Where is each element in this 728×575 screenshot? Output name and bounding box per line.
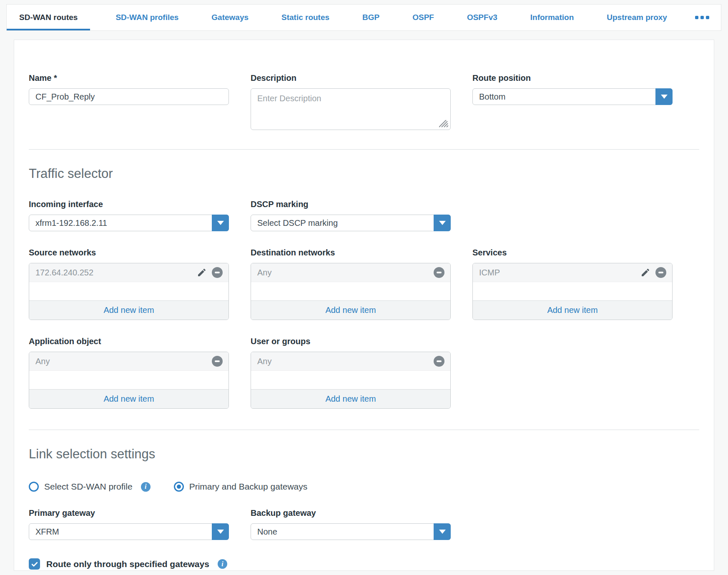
tab-gateways[interactable]: Gateways: [204, 5, 256, 30]
route-only-checkbox[interactable]: [29, 558, 40, 570]
remove-icon[interactable]: [434, 267, 444, 278]
list-item: Any: [29, 352, 228, 371]
dscp-marking-label: DSCP marking: [251, 200, 451, 209]
remove-icon[interactable]: [212, 356, 223, 367]
dscp-marking-select[interactable]: Select DSCP marking: [251, 215, 451, 231]
tab-ospf[interactable]: OSPF: [405, 5, 442, 30]
remove-icon[interactable]: [655, 267, 666, 278]
add-new-item-button[interactable]: Add new item: [29, 300, 228, 320]
application-object-label: Application object: [29, 337, 229, 346]
list-item: Any: [251, 352, 450, 371]
primary-gateway-label: Primary gateway: [29, 508, 229, 518]
dscp-marking-value: Select DSCP marking: [257, 218, 338, 228]
tab-sdwan-routes[interactable]: SD-WAN routes: [7, 5, 90, 30]
tab-label: SD-WAN profiles: [115, 13, 178, 22]
add-new-item-button[interactable]: Add new item: [473, 300, 672, 320]
chevron-down-icon[interactable]: [655, 88, 673, 105]
tab-information[interactable]: Information: [523, 5, 582, 30]
primary-gateway-select[interactable]: XFRM: [29, 523, 229, 540]
destination-networks-listbox: Any Add new item: [251, 263, 451, 320]
remove-icon[interactable]: [434, 356, 444, 367]
list-spacer: [29, 371, 228, 389]
backup-gateway-label: Backup gateway: [251, 508, 451, 518]
tab-label: OSPF: [412, 13, 434, 22]
tab-bgp[interactable]: BGP: [355, 5, 387, 30]
chevron-down-icon[interactable]: [212, 215, 229, 231]
checkmark-icon: [30, 560, 39, 568]
add-new-item-button[interactable]: Add new item: [251, 300, 450, 320]
chevron-down-icon[interactable]: [212, 523, 229, 540]
dscp-marking-field-group: DSCP marking Select DSCP marking: [251, 200, 451, 231]
list-spacer: [29, 282, 228, 300]
incoming-interface-field-group: Incoming interface xfrm1-192.168.2.11: [29, 200, 229, 231]
destination-networks-field-group: Destination networks Any Add new item: [251, 248, 451, 320]
list-item: ICMP: [473, 263, 672, 282]
source-networks-label: Source networks: [29, 248, 229, 258]
services-listbox: ICMP Add new item: [472, 263, 673, 320]
tab-label: Gateways: [211, 13, 249, 22]
radio-primary-backup-gateways[interactable]: [174, 482, 184, 492]
add-new-item-button[interactable]: Add new item: [29, 389, 228, 408]
list-spacer: [251, 282, 450, 300]
general-settings-row: Name * Description Route position: [29, 73, 699, 132]
info-icon[interactable]: i: [141, 482, 151, 492]
list-item-value: ICMP: [479, 268, 640, 278]
user-or-groups-listbox: Any Add new item: [251, 352, 451, 409]
edit-icon[interactable]: [197, 268, 207, 278]
tab-bar: SD-WAN routes SD-WAN profiles Gateways S…: [6, 4, 721, 31]
divider: [29, 430, 699, 430]
sdwan-route-form-card: Name * Description Route position: [14, 40, 714, 571]
add-new-item-button[interactable]: Add new item: [251, 389, 450, 408]
route-only-checkbox-label: Route only through specified gateways: [46, 559, 209, 569]
divider: [29, 149, 699, 150]
destination-networks-label: Destination networks: [251, 248, 451, 258]
chevron-down-icon[interactable]: [434, 523, 451, 540]
edit-icon[interactable]: [640, 268, 650, 278]
list-spacer: [251, 371, 450, 389]
chevron-down-icon[interactable]: [434, 215, 451, 231]
more-tabs-icon[interactable]: [693, 5, 712, 30]
incoming-interface-select[interactable]: xfrm1-192.168.2.11: [29, 215, 229, 231]
user-or-groups-field-group: User or groups Any Add new item: [251, 337, 451, 409]
primary-gateway-value: XFRM: [35, 527, 59, 537]
tab-label: SD-WAN routes: [19, 13, 78, 22]
networks-services-row: Source networks 172.64.240.252 Add new i…: [29, 248, 699, 320]
tab-sdwan-profiles[interactable]: SD-WAN profiles: [108, 5, 186, 30]
route-position-label: Route position: [472, 73, 673, 83]
application-object-listbox: Any Add new item: [29, 352, 229, 409]
list-item-value: 172.64.240.252: [35, 268, 197, 278]
tab-upstream-proxy[interactable]: Upstream proxy: [599, 5, 675, 30]
services-label: Services: [472, 248, 673, 258]
list-item-value: Any: [35, 357, 212, 366]
description-label: Description: [251, 73, 451, 83]
radio-label-primary-backup-gateways: Primary and Backup gateways: [189, 482, 308, 492]
name-label: Name *: [29, 73, 229, 83]
description-textarea[interactable]: [251, 88, 451, 130]
source-networks-field-group: Source networks 172.64.240.252 Add new i…: [29, 248, 229, 320]
route-only-checkbox-row: Route only through specified gateways i: [29, 558, 699, 570]
link-selection-heading: Link selection settings: [29, 447, 699, 462]
radio-label-sdwan-profile: Select SD-WAN profile: [44, 482, 133, 492]
tab-ospfv3[interactable]: OSPFv3: [459, 5, 505, 30]
route-position-select[interactable]: Bottom: [472, 88, 673, 105]
remove-icon[interactable]: [212, 267, 223, 278]
name-input[interactable]: [29, 88, 229, 105]
radio-select-sdwan-profile[interactable]: [29, 482, 39, 492]
link-selection-radio-group: Select SD-WAN profile i Primary and Back…: [29, 482, 699, 492]
tab-static-routes[interactable]: Static routes: [274, 5, 337, 30]
tab-label: OSPFv3: [467, 13, 497, 22]
traffic-selector-heading: Traffic selector: [29, 166, 699, 181]
backup-gateway-field-group: Backup gateway None: [251, 508, 451, 540]
traffic-selector-selects-row: Incoming interface xfrm1-192.168.2.11 DS…: [29, 200, 699, 231]
application-users-row: Application object Any Add new item User…: [29, 337, 699, 409]
tab-label: Upstream proxy: [607, 13, 667, 22]
info-icon[interactable]: i: [218, 559, 227, 569]
incoming-interface-value: xfrm1-192.168.2.11: [35, 218, 107, 228]
incoming-interface-label: Incoming interface: [29, 200, 229, 209]
backup-gateway-select[interactable]: None: [251, 523, 451, 540]
route-position-value: Bottom: [479, 92, 505, 102]
application-object-field-group: Application object Any Add new item: [29, 337, 229, 409]
tab-label: Information: [530, 13, 574, 22]
list-item-value: Any: [257, 268, 434, 278]
description-field-group: Description: [251, 73, 451, 132]
